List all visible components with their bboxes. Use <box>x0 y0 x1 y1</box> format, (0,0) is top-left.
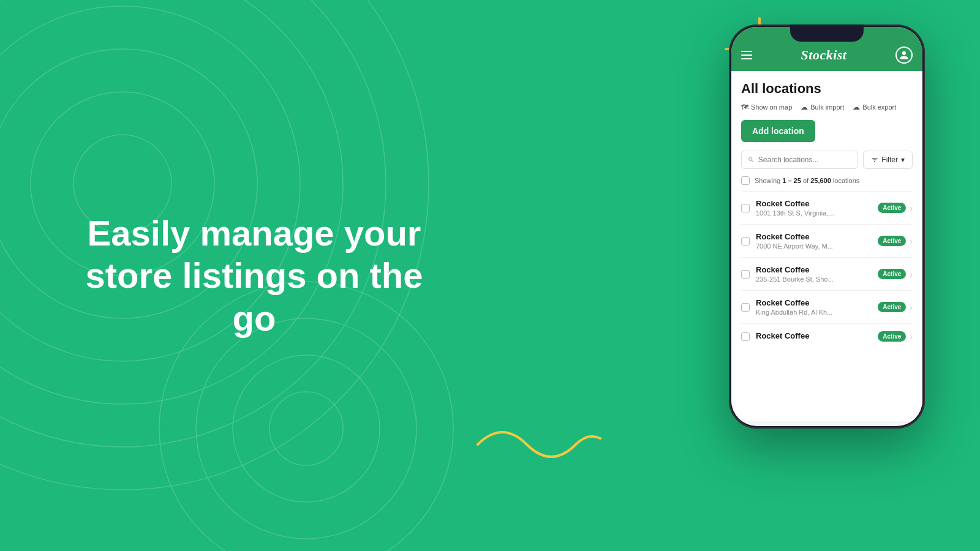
app-logo: Stockist <box>801 47 847 63</box>
search-filter-row: Filter ▾ <box>741 151 913 169</box>
page-title: All locations <box>741 81 913 97</box>
location-item[interactable]: Rocket Coffee 235-251 Bourke St, Sho... … <box>741 257 913 290</box>
download-icon: ☁ <box>853 103 860 111</box>
user-icon <box>899 50 909 60</box>
filter-label: Filter <box>881 156 898 164</box>
location-item[interactable]: Rocket Coffee 7000 NE Airport Way, M... … <box>741 224 913 257</box>
status-badge: Active <box>878 269 906 279</box>
app-content: All locations 🗺 Show on map ☁ Bulk impor… <box>731 71 922 421</box>
upload-icon: ☁ <box>801 103 808 111</box>
select-all-checkbox[interactable] <box>741 176 750 185</box>
status-badge: Active <box>878 331 906 342</box>
chevron-right-icon: › <box>910 332 913 342</box>
location-address: 7000 NE Airport Way, M... <box>756 242 872 250</box>
location-address: 235-251 Bourke St, Sho... <box>756 276 872 283</box>
phone-screen: Stockist All locations 🗺 Show on map <box>731 27 922 426</box>
phone-frame: Stockist All locations 🗺 Show on map <box>729 24 925 429</box>
location-item[interactable]: Rocket Coffee Active › <box>741 323 913 349</box>
left-section: Easily manage your store listings on the… <box>0 0 508 551</box>
location-right: Active › <box>878 302 913 312</box>
showing-row: Showing 1 – 25 of 25,600 locations <box>741 176 913 185</box>
location-list: Rocket Coffee 1001 13th St S, Virginia,.… <box>741 191 913 349</box>
showing-of: of <box>803 177 810 184</box>
hamburger-line-2 <box>741 54 752 56</box>
location-name: Rocket Coffee <box>756 232 872 241</box>
location-info: Rocket Coffee 235-251 Bourke St, Sho... <box>756 265 872 283</box>
bulk-export-label: Bulk export <box>862 103 896 111</box>
showing-range: 1 – 25 <box>782 177 801 184</box>
location-right: Active › <box>878 269 913 279</box>
location-info: Rocket Coffee 7000 NE Airport Way, M... <box>756 232 872 250</box>
location-name: Rocket Coffee <box>756 298 872 307</box>
bulk-import-label: Bulk import <box>810 103 844 111</box>
chevron-right-icon: › <box>910 203 913 213</box>
bulk-import-link[interactable]: ☁ Bulk import <box>801 103 844 111</box>
phone-mockup: Stockist All locations 🗺 Show on map <box>729 24 925 441</box>
action-links-row: 🗺 Show on map ☁ Bulk import ☁ Bulk expor… <box>741 103 913 111</box>
bulk-export-link[interactable]: ☁ Bulk export <box>853 103 896 111</box>
location-checkbox[interactable] <box>741 303 750 312</box>
location-checkbox[interactable] <box>741 204 750 212</box>
showing-label: Showing <box>755 177 780 184</box>
chevron-right-icon: › <box>910 269 913 279</box>
map-icon: 🗺 <box>741 103 748 111</box>
show-on-map-label: Show on map <box>751 103 792 111</box>
location-address: 1001 13th St S, Virginia,... <box>756 209 872 217</box>
hamburger-menu-button[interactable] <box>741 51 752 59</box>
status-badge: Active <box>878 302 906 312</box>
location-item[interactable]: Rocket Coffee King Abdullah Rd, Al Kh...… <box>741 290 913 323</box>
user-profile-button[interactable] <box>895 47 913 64</box>
location-right: Active › <box>878 331 913 342</box>
show-on-map-link[interactable]: 🗺 Show on map <box>741 103 792 111</box>
hamburger-line-3 <box>741 58 752 59</box>
location-checkbox[interactable] <box>741 237 750 246</box>
search-icon <box>748 156 755 163</box>
location-info: Rocket Coffee 1001 13th St S, Virginia,.… <box>756 199 872 217</box>
chevron-right-icon: › <box>910 302 913 312</box>
status-badge: Active <box>878 236 906 246</box>
location-right: Active › <box>878 236 913 246</box>
location-info: Rocket Coffee King Abdullah Rd, Al Kh... <box>756 298 872 316</box>
chevron-right-icon: › <box>910 236 913 246</box>
filter-button[interactable]: Filter ▾ <box>863 151 913 169</box>
location-name: Rocket Coffee <box>756 331 872 340</box>
showing-suffix: locations <box>833 177 859 184</box>
phone-notch <box>790 24 864 42</box>
location-checkbox[interactable] <box>741 332 750 341</box>
filter-icon <box>871 156 878 163</box>
showing-total: 25,600 <box>810 177 831 184</box>
add-location-button[interactable]: Add location <box>741 120 815 142</box>
search-box <box>741 151 858 169</box>
location-name: Rocket Coffee <box>756 199 872 208</box>
location-item[interactable]: Rocket Coffee 1001 13th St S, Virginia,.… <box>741 191 913 224</box>
hamburger-line-1 <box>741 51 752 52</box>
search-input[interactable] <box>758 156 852 164</box>
status-badge: Active <box>878 203 906 213</box>
location-name: Rocket Coffee <box>756 265 872 274</box>
filter-chevron-icon: ▾ <box>901 156 905 164</box>
showing-text: Showing 1 – 25 of 25,600 locations <box>755 177 859 184</box>
location-checkbox[interactable] <box>741 270 750 279</box>
location-right: Active › <box>878 203 913 213</box>
location-address: King Abdullah Rd, Al Kh... <box>756 309 872 316</box>
hero-headline: Easily manage your store listings on the… <box>83 212 426 340</box>
location-info: Rocket Coffee <box>756 331 872 342</box>
